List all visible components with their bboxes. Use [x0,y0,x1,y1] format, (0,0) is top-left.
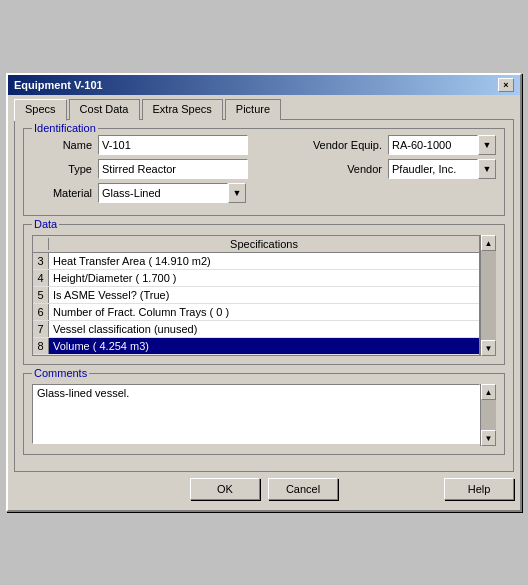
row-num-col-header [33,238,49,250]
data-section: Data Specifications 3 Heat Transfer Area… [23,224,505,365]
vendor-input[interactable] [388,159,478,179]
spec-num-8: 8 [33,338,49,354]
spec-text-3: Heat Transfer Area ( 14.910 m2) [49,253,479,269]
tab-content: Identification Name Vendor Equip. ▼ Type… [14,119,514,472]
material-dropdown[interactable]: ▼ [228,183,246,203]
scroll-track [481,251,496,340]
name-row: Name Vendor Equip. ▼ [32,135,496,155]
spec-num-5: 5 [33,287,49,303]
spec-row-8[interactable]: 8 Volume ( 4.254 m3) [33,338,479,355]
spec-text-4: Height/Diameter ( 1.700 ) [49,270,479,286]
ok-button[interactable]: OK [190,478,260,500]
comments-scrollbar[interactable]: ▲ ▼ [480,384,496,446]
comments-textarea[interactable]: Glass-lined vessel. [32,384,480,444]
tab-strip: Specs Cost Data Extra Specs Picture [14,99,514,120]
tab-cost-data[interactable]: Cost Data [69,99,140,120]
title-bar: Equipment V-101 × [8,75,520,95]
spec-row-4[interactable]: 4 Height/Diameter ( 1.700 ) [33,270,479,287]
close-button[interactable]: × [498,78,514,92]
specs-table-wrapper: Specifications 3 Heat Transfer Area ( 14… [32,235,496,356]
spec-num-3: 3 [33,253,49,269]
comments-section: Comments Glass-lined vessel. ▲ ▼ [23,373,505,455]
spec-text-5: Is ASME Vessel? (True) [49,287,479,303]
main-buttons: OK Cancel [14,478,514,500]
data-title: Data [32,218,59,230]
comments-wrapper: Glass-lined vessel. ▲ ▼ [32,384,496,446]
vendor-label: Vendor [347,163,382,175]
spec-row-5[interactable]: 5 Is ASME Vessel? (True) [33,287,479,304]
vendor-equip-input[interactable] [388,135,478,155]
tab-picture[interactable]: Picture [225,99,281,120]
material-label: Material [32,187,92,199]
spec-text-7: Vessel classification (unused) [49,321,479,337]
button-row: OK Cancel Help [14,472,514,502]
window-title: Equipment V-101 [14,79,103,91]
comments-scroll-up[interactable]: ▲ [481,384,496,400]
spec-num-6: 6 [33,304,49,320]
vendor-equip-label: Vendor Equip. [313,139,382,151]
comments-scroll-track [481,400,496,430]
name-label: Name [32,139,92,151]
identification-title: Identification [32,122,98,134]
type-label: Type [32,163,92,175]
material-input[interactable] [98,183,228,203]
cancel-button[interactable]: Cancel [268,478,338,500]
title-bar-buttons: × [498,78,514,92]
specs-table: Specifications 3 Heat Transfer Area ( 14… [32,235,480,356]
specs-scrollbar[interactable]: ▲ ▼ [480,235,496,356]
scroll-up-btn[interactable]: ▲ [481,235,496,251]
spec-row-3[interactable]: 3 Heat Transfer Area ( 14.910 m2) [33,253,479,270]
vendor-dropdown[interactable]: ▼ [478,159,496,179]
tab-specs[interactable]: Specs [14,99,67,121]
type-input[interactable] [98,159,248,179]
spec-text-6: Number of Fract. Column Trays ( 0 ) [49,304,479,320]
spec-num-7: 7 [33,321,49,337]
specs-header: Specifications [33,236,479,253]
material-row: Material ▼ [32,183,496,203]
help-button[interactable]: Help [444,478,514,500]
tab-extra-specs[interactable]: Extra Specs [142,99,223,120]
spec-row-7[interactable]: 7 Vessel classification (unused) [33,321,479,338]
specs-header-label: Specifications [49,236,479,252]
comments-scroll-down[interactable]: ▼ [481,430,496,446]
identification-section: Identification Name Vendor Equip. ▼ Type… [23,128,505,216]
spec-row-6[interactable]: 6 Number of Fract. Column Trays ( 0 ) [33,304,479,321]
spec-num-4: 4 [33,270,49,286]
type-row: Type Vendor ▼ [32,159,496,179]
scroll-down-btn[interactable]: ▼ [481,340,496,356]
main-window: Equipment V-101 × Specs Cost Data Extra … [6,73,522,512]
vendor-equip-dropdown[interactable]: ▼ [478,135,496,155]
name-input[interactable] [98,135,248,155]
window-body: Specs Cost Data Extra Specs Picture Iden… [8,95,520,510]
spec-text-8: Volume ( 4.254 m3) [49,338,479,354]
comments-title: Comments [32,367,89,379]
